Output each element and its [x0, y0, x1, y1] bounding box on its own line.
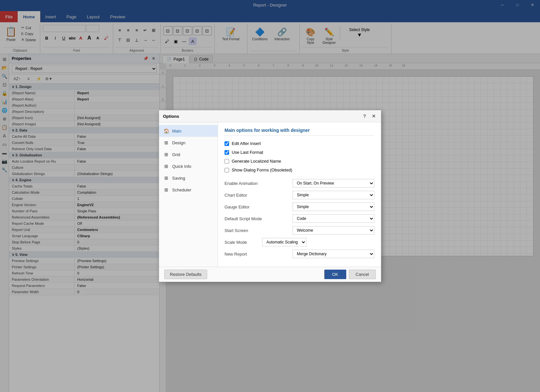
- enable-animation-select[interactable]: On Start, On Preview: [293, 179, 374, 187]
- generate-localized-label[interactable]: Generate Localized Name: [225, 159, 281, 164]
- dialog-nav-main[interactable]: 🏠 Main: [159, 125, 218, 137]
- dialog-title-text: Options: [163, 114, 179, 119]
- option-default-script-mode: Default Script Mode Code: [225, 214, 374, 223]
- scheduler-nav-icon: ⊞: [163, 187, 170, 193]
- start-screen-select[interactable]: Welcome: [293, 226, 374, 235]
- gauge-editor-select[interactable]: Simple: [293, 203, 374, 211]
- dialog-content-title: Main options for working with designer: [225, 128, 374, 136]
- dialog-help-btn[interactable]: ?: [361, 113, 368, 119]
- design-nav-icon: ⊞: [163, 139, 170, 146]
- generate-localized-checkbox[interactable]: [225, 159, 229, 164]
- grid-nav-icon: ⊞: [163, 151, 170, 158]
- dialog-sidebar: 🏠 Main ⊞ Design ⊞ Grid ⊞ Quick Info ⊞: [159, 122, 218, 267]
- ok-button[interactable]: OK: [324, 270, 346, 279]
- dialog-title-bar: Options ? ✕: [159, 110, 381, 122]
- dialog-nav-quickinfo[interactable]: ⊞ Quick Info: [159, 160, 218, 172]
- option-generate-localized: Generate Localized Name: [225, 159, 374, 164]
- option-show-dialog-forms: Show Dialog Forms (Obsoleted): [225, 168, 374, 172]
- option-start-screen: Start Screen Welcome: [225, 226, 374, 235]
- option-chart-editor: Chart Editor Simple: [225, 191, 374, 199]
- edit-after-insert-label[interactable]: Edit After Insert: [225, 141, 261, 146]
- options-dialog: Options ? ✕ 🏠 Main ⊞ Design ⊞ Grid: [159, 110, 381, 282]
- dialog-nav-scheduler[interactable]: ⊞ Scheduler: [159, 184, 218, 196]
- option-scale-mode: Scale Mode Automatic Scaling: [225, 238, 374, 246]
- default-script-mode-select[interactable]: Code: [293, 214, 374, 223]
- dialog-content: Main options for working with designer E…: [218, 122, 381, 267]
- option-new-report: New Report Merge Dictionary: [225, 250, 374, 258]
- option-gauge-editor: Gauge Editor Simple: [225, 203, 374, 211]
- option-use-last-format: Use Last Format: [225, 150, 374, 155]
- option-edit-after-insert: Edit After Insert: [225, 141, 374, 146]
- quickinfo-nav-icon: ⊞: [163, 163, 170, 169]
- dialog-overlay: Options ? ✕ 🏠 Main ⊞ Design ⊞ Grid: [0, 0, 540, 392]
- scale-mode-select[interactable]: Automatic Scaling: [262, 238, 306, 246]
- saving-nav-icon: ⊞: [163, 175, 170, 181]
- main-nav-icon: 🏠: [163, 128, 170, 134]
- dialog-body: 🏠 Main ⊞ Design ⊞ Grid ⊞ Quick Info ⊞: [159, 122, 381, 267]
- use-last-format-label[interactable]: Use Last Format: [225, 150, 263, 155]
- chart-editor-select[interactable]: Simple: [293, 191, 374, 199]
- use-last-format-checkbox[interactable]: [225, 150, 229, 155]
- option-enable-animation: Enable Animation On Start, On Preview: [225, 179, 374, 187]
- show-dialog-forms-label[interactable]: Show Dialog Forms (Obsoleted): [225, 168, 292, 172]
- dialog-nav-grid[interactable]: ⊞ Grid: [159, 149, 218, 160]
- show-dialog-forms-checkbox[interactable]: [225, 168, 229, 172]
- dialog-nav-saving[interactable]: ⊞ Saving: [159, 172, 218, 184]
- cancel-button[interactable]: Cancel: [349, 270, 376, 279]
- edit-after-insert-checkbox[interactable]: [225, 141, 229, 146]
- dialog-footer: Restore Defaults OK Cancel: [159, 267, 381, 282]
- dialog-close-btn[interactable]: ✕: [370, 113, 377, 119]
- new-report-select[interactable]: Merge Dictionary: [293, 250, 374, 258]
- restore-defaults-button[interactable]: Restore Defaults: [164, 270, 207, 279]
- dialog-nav-design[interactable]: ⊞ Design: [159, 137, 218, 149]
